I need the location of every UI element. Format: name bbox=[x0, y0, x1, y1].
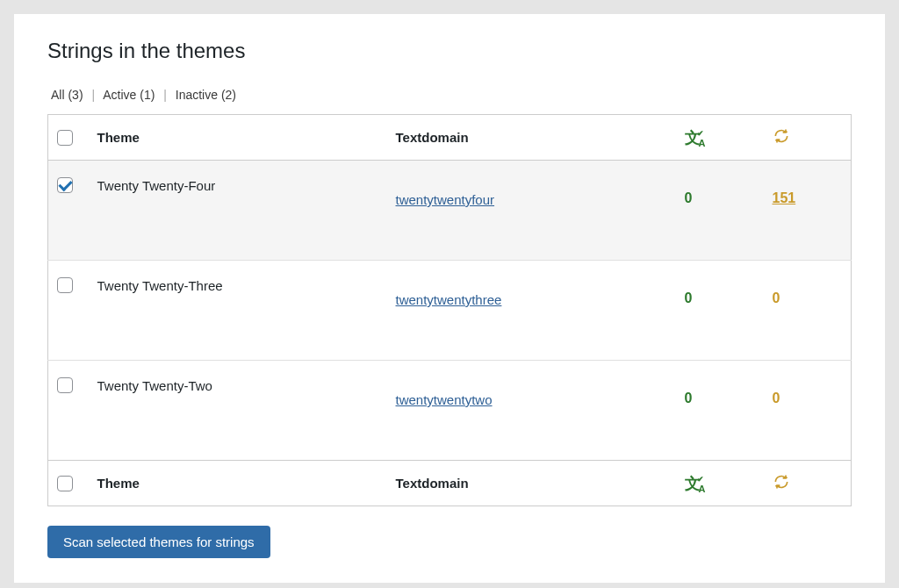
table-row: Twenty Twenty-Two twentytwentytwo 0 0 bbox=[48, 361, 852, 461]
sync-icon bbox=[773, 478, 790, 493]
column-needs-update bbox=[764, 115, 852, 161]
column-textdomain[interactable]: Textdomain bbox=[387, 461, 676, 506]
needs-update-count: 0 bbox=[773, 391, 780, 405]
textdomain-link[interactable]: twentytwentytwo bbox=[396, 392, 493, 407]
row-checkbox[interactable] bbox=[57, 277, 73, 293]
select-all-header bbox=[48, 115, 89, 161]
column-translated: 文✔A bbox=[676, 115, 764, 161]
needs-update-count[interactable]: 151 bbox=[773, 190, 796, 205]
needs-update-count-cell: 0 bbox=[764, 361, 852, 461]
theme-name: Twenty Twenty-Three bbox=[89, 261, 387, 361]
translate-ok-icon: 文✔A bbox=[685, 476, 715, 491]
page: Strings in the themes All (3) | Active (… bbox=[14, 14, 885, 583]
column-theme[interactable]: Theme bbox=[89, 461, 387, 506]
translate-ok-icon: 文✔A bbox=[685, 130, 715, 146]
column-textdomain[interactable]: Textdomain bbox=[387, 115, 676, 161]
filter-inactive[interactable]: Inactive (2) bbox=[176, 88, 236, 102]
needs-update-count: 0 bbox=[773, 290, 780, 305]
filter-separator: | bbox=[91, 88, 95, 102]
row-checkbox[interactable] bbox=[57, 177, 73, 193]
select-all-checkbox[interactable] bbox=[57, 130, 73, 146]
table-row: Twenty Twenty-Three twentytwentythree 0 … bbox=[48, 261, 852, 361]
sync-icon bbox=[773, 133, 790, 147]
filter-active[interactable]: Active (1) bbox=[103, 88, 155, 102]
textdomain-link[interactable]: twentytwentythree bbox=[396, 292, 502, 307]
theme-textdomain-cell: twentytwentytwo bbox=[387, 361, 676, 461]
translated-count: 0 bbox=[685, 190, 693, 205]
scan-button[interactable]: Scan selected themes for strings bbox=[47, 526, 270, 558]
translated-count: 0 bbox=[685, 391, 693, 405]
filter-all[interactable]: All (3) bbox=[51, 88, 83, 102]
textdomain-link[interactable]: twentytwentyfour bbox=[396, 192, 495, 207]
table-header-row: Theme Textdomain 文✔A bbox=[48, 115, 852, 161]
table-row: Twenty Twenty-Four twentytwentyfour 0 15… bbox=[48, 161, 852, 261]
page-title: Strings in the themes bbox=[47, 39, 852, 63]
filter-separator: | bbox=[163, 88, 167, 102]
translated-count-cell: 0 bbox=[676, 261, 764, 361]
theme-textdomain-cell: twentytwentyfour bbox=[387, 161, 676, 261]
column-needs-update bbox=[764, 461, 852, 506]
row-checkbox[interactable] bbox=[57, 377, 73, 393]
needs-update-count-cell: 0 bbox=[764, 261, 852, 361]
theme-name: Twenty Twenty-Two bbox=[89, 361, 387, 461]
column-theme[interactable]: Theme bbox=[89, 115, 387, 161]
select-all-checkbox[interactable] bbox=[57, 476, 73, 491]
select-all-footer bbox=[48, 461, 89, 506]
needs-update-count-cell: 151 bbox=[764, 161, 852, 261]
column-translated: 文✔A bbox=[676, 461, 764, 506]
translated-count-cell: 0 bbox=[676, 161, 764, 261]
filter-tabs: All (3) | Active (1) | Inactive (2) bbox=[47, 88, 852, 102]
translated-count-cell: 0 bbox=[676, 361, 764, 461]
theme-textdomain-cell: twentytwentythree bbox=[387, 261, 676, 361]
themes-table: Theme Textdomain 文✔A Twent bbox=[47, 114, 852, 506]
table-footer-row: Theme Textdomain 文✔A bbox=[48, 461, 852, 506]
theme-name: Twenty Twenty-Four bbox=[89, 161, 387, 261]
translated-count: 0 bbox=[685, 290, 693, 305]
